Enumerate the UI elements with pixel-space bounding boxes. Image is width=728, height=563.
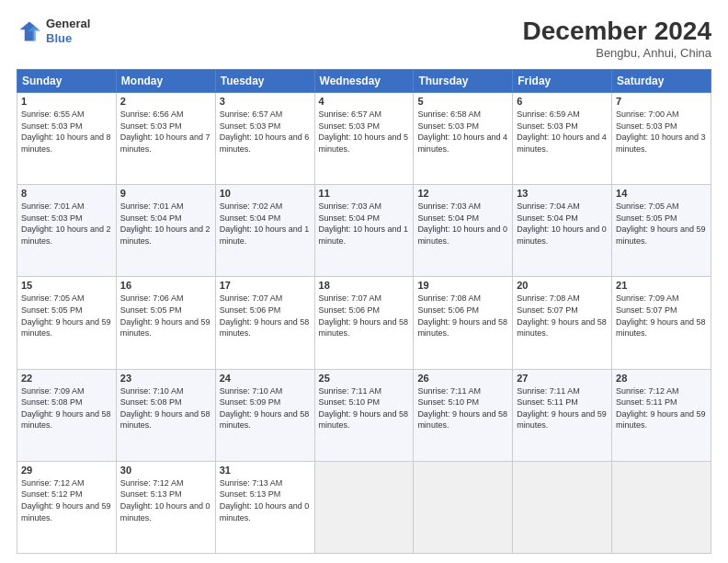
day-cell-1: 1Sunrise: 6:55 AMSunset: 5:03 PMDaylight… [17,93,117,185]
calendar-row-4: 22Sunrise: 7:09 AMSunset: 5:08 PMDayligh… [17,369,711,461]
day-cell-5: 5Sunrise: 6:58 AMSunset: 5:03 PMDaylight… [414,93,513,185]
day-cell-30: 30Sunrise: 7:12 AMSunset: 5:13 PMDayligh… [116,461,215,553]
day-info: Sunrise: 7:01 AMSunset: 5:04 PMDaylight:… [120,201,210,246]
day-cell-23: 23Sunrise: 7:10 AMSunset: 5:08 PMDayligh… [116,369,215,461]
day-info: Sunrise: 7:13 AMSunset: 5:13 PMDaylight:… [220,478,310,523]
day-cell-25: 25Sunrise: 7:11 AMSunset: 5:10 PMDayligh… [314,369,414,461]
day-info: Sunrise: 7:12 AMSunset: 5:12 PMDaylight:… [21,478,111,523]
weekday-header-row: Sunday Monday Tuesday Wednesday Thursday… [17,70,711,93]
day-cell-24: 24Sunrise: 7:10 AMSunset: 5:09 PMDayligh… [215,369,314,461]
day-info: Sunrise: 7:06 AMSunset: 5:05 PMDaylight:… [120,293,210,338]
day-cell-3: 3Sunrise: 6:57 AMSunset: 5:03 PMDaylight… [215,93,314,185]
th-saturday: Saturday [612,70,711,93]
header: General Blue December 2024 Bengbu, Anhui… [17,17,711,60]
day-info: Sunrise: 7:02 AMSunset: 5:04 PMDaylight:… [220,201,310,246]
day-number: 28 [616,373,707,384]
day-info: Sunrise: 7:12 AMSunset: 5:11 PMDaylight:… [616,386,706,431]
day-number: 31 [220,465,311,476]
day-number: 22 [21,373,112,384]
day-cell-29: 29Sunrise: 7:12 AMSunset: 5:12 PMDayligh… [17,461,117,553]
logo-icon [17,18,42,44]
day-cell-19: 19Sunrise: 7:08 AMSunset: 5:06 PMDayligh… [414,277,513,369]
day-cell-14: 14Sunrise: 7:05 AMSunset: 5:05 PMDayligh… [612,185,711,277]
logo: General Blue [17,17,90,45]
day-number: 10 [220,188,311,199]
day-number: 14 [616,188,707,199]
month-title: December 2024 [523,17,711,46]
day-cell-12: 12Sunrise: 7:03 AMSunset: 5:04 PMDayligh… [414,185,513,277]
day-cell-15: 15Sunrise: 7:05 AMSunset: 5:05 PMDayligh… [17,277,117,369]
day-cell-18: 18Sunrise: 7:07 AMSunset: 5:06 PMDayligh… [314,277,414,369]
day-number: 20 [517,280,608,291]
day-number: 21 [616,280,707,291]
day-number: 23 [120,373,211,384]
day-number: 8 [21,188,112,199]
day-cell-31: 31Sunrise: 7:13 AMSunset: 5:13 PMDayligh… [215,461,314,553]
calendar-row-2: 8Sunrise: 7:01 AMSunset: 5:03 PMDaylight… [17,185,711,277]
day-cell-20: 20Sunrise: 7:08 AMSunset: 5:07 PMDayligh… [513,277,612,369]
day-number: 24 [220,373,311,384]
day-number: 26 [417,373,508,384]
day-cell-10: 10Sunrise: 7:02 AMSunset: 5:04 PMDayligh… [215,185,314,277]
day-cell-2: 2Sunrise: 6:56 AMSunset: 5:03 PMDaylight… [116,93,215,185]
day-info: Sunrise: 7:12 AMSunset: 5:13 PMDaylight:… [120,478,210,523]
page: General Blue December 2024 Bengbu, Anhui… [0,0,728,563]
day-number: 6 [517,96,608,107]
day-info: Sunrise: 7:11 AMSunset: 5:10 PMDaylight:… [417,386,507,431]
day-number: 1 [21,96,112,107]
calendar-row-1: 1Sunrise: 6:55 AMSunset: 5:03 PMDaylight… [17,93,711,185]
day-number: 7 [616,96,707,107]
logo-text: General Blue [46,17,90,45]
day-number: 4 [319,96,410,107]
th-sunday: Sunday [17,70,117,93]
day-number: 13 [517,188,608,199]
day-number: 11 [319,188,410,199]
day-info: Sunrise: 7:11 AMSunset: 5:11 PMDaylight:… [517,386,607,431]
th-thursday: Thursday [414,70,513,93]
day-cell-11: 11Sunrise: 7:03 AMSunset: 5:04 PMDayligh… [314,185,414,277]
empty-cell [513,461,612,553]
th-monday: Monday [116,70,215,93]
day-info: Sunrise: 7:07 AMSunset: 5:06 PMDaylight:… [319,293,409,338]
day-number: 3 [220,96,311,107]
day-cell-13: 13Sunrise: 7:04 AMSunset: 5:04 PMDayligh… [513,185,612,277]
day-info: Sunrise: 7:03 AMSunset: 5:04 PMDaylight:… [319,201,409,246]
day-number: 15 [21,280,112,291]
day-cell-16: 16Sunrise: 7:06 AMSunset: 5:05 PMDayligh… [116,277,215,369]
day-info: Sunrise: 7:09 AMSunset: 5:08 PMDaylight:… [21,386,111,431]
day-info: Sunrise: 6:57 AMSunset: 5:03 PMDaylight:… [220,109,310,154]
day-cell-22: 22Sunrise: 7:09 AMSunset: 5:08 PMDayligh… [17,369,117,461]
day-cell-26: 26Sunrise: 7:11 AMSunset: 5:10 PMDayligh… [414,369,513,461]
day-number: 19 [417,280,508,291]
day-info: Sunrise: 7:03 AMSunset: 5:04 PMDaylight:… [417,201,507,246]
day-info: Sunrise: 7:04 AMSunset: 5:04 PMDaylight:… [517,201,607,246]
day-cell-17: 17Sunrise: 7:07 AMSunset: 5:06 PMDayligh… [215,277,314,369]
day-number: 27 [517,373,608,384]
day-number: 29 [21,465,112,476]
day-info: Sunrise: 6:55 AMSunset: 5:03 PMDaylight:… [21,109,111,154]
calendar-row-3: 15Sunrise: 7:05 AMSunset: 5:05 PMDayligh… [17,277,711,369]
day-cell-9: 9Sunrise: 7:01 AMSunset: 5:04 PMDaylight… [116,185,215,277]
calendar-table: Sunday Monday Tuesday Wednesday Thursday… [17,69,711,554]
day-info: Sunrise: 7:05 AMSunset: 5:05 PMDaylight:… [616,201,706,246]
day-info: Sunrise: 7:05 AMSunset: 5:05 PMDaylight:… [21,293,111,338]
day-info: Sunrise: 7:00 AMSunset: 5:03 PMDaylight:… [616,109,706,154]
day-info: Sunrise: 7:09 AMSunset: 5:07 PMDaylight:… [616,293,706,338]
day-info: Sunrise: 7:01 AMSunset: 5:03 PMDaylight:… [21,201,111,246]
day-cell-8: 8Sunrise: 7:01 AMSunset: 5:03 PMDaylight… [17,185,117,277]
day-cell-6: 6Sunrise: 6:59 AMSunset: 5:03 PMDaylight… [513,93,612,185]
th-tuesday: Tuesday [215,70,314,93]
day-cell-4: 4Sunrise: 6:57 AMSunset: 5:03 PMDaylight… [314,93,414,185]
day-number: 5 [417,96,508,107]
day-info: Sunrise: 7:08 AMSunset: 5:07 PMDaylight:… [517,293,607,338]
location: Bengbu, Anhui, China [523,46,711,60]
day-number: 16 [120,280,211,291]
th-friday: Friday [513,70,612,93]
day-info: Sunrise: 6:58 AMSunset: 5:03 PMDaylight:… [417,109,507,154]
day-info: Sunrise: 7:10 AMSunset: 5:09 PMDaylight:… [220,386,310,431]
day-info: Sunrise: 6:56 AMSunset: 5:03 PMDaylight:… [120,109,210,154]
empty-cell [414,461,513,553]
day-info: Sunrise: 7:10 AMSunset: 5:08 PMDaylight:… [120,386,210,431]
day-number: 17 [220,280,311,291]
th-wednesday: Wednesday [314,70,414,93]
